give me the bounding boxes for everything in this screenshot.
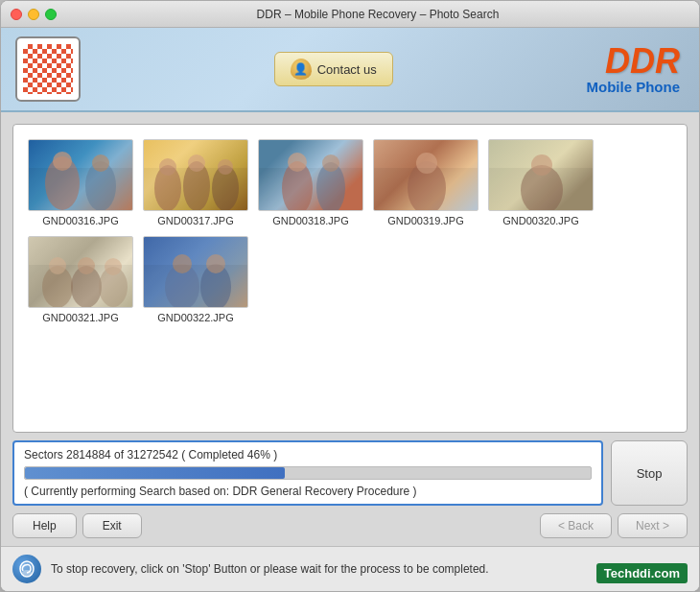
svg-point-23 xyxy=(105,258,122,275)
list-item[interactable]: GND00320.JPG xyxy=(488,139,594,226)
svg-point-14 xyxy=(408,161,446,211)
status-area: Sectors 2814884 of 31272542 ( Completed … xyxy=(12,440,688,506)
app-logo xyxy=(15,36,81,102)
svg-point-3 xyxy=(92,154,109,172)
info-icon xyxy=(12,555,41,583)
logo-icon xyxy=(23,44,73,94)
maximize-button[interactable] xyxy=(45,9,57,20)
svg-point-11 xyxy=(288,153,307,172)
photo-thumbnail[interactable] xyxy=(28,139,133,211)
nav-bar: Help Exit < Back Next > xyxy=(1,506,699,546)
product-name: Mobile Phone xyxy=(587,79,681,95)
svg-point-19 xyxy=(49,257,66,274)
app-window: DDR – Mobile Phone Recovery – Photo Sear… xyxy=(0,0,700,592)
photo-thumbnail[interactable] xyxy=(373,139,478,211)
app-header: 👤 Contact us DDR Mobile Phone xyxy=(1,28,699,112)
svg-point-8 xyxy=(212,165,239,211)
svg-point-17 xyxy=(531,154,552,176)
info-bar: To stop recovery, click on 'Stop' Button… xyxy=(1,546,699,591)
close-button[interactable] xyxy=(11,9,22,20)
main-content: GND00316.JPG GND00317.JPG xyxy=(1,112,699,591)
progress-bar-background xyxy=(24,466,592,480)
svg-point-21 xyxy=(78,257,95,274)
list-item[interactable]: GND00319.JPG xyxy=(373,139,478,226)
svg-point-9 xyxy=(218,159,233,175)
window-controls xyxy=(11,9,57,20)
svg-point-26 xyxy=(200,264,231,308)
svg-point-10 xyxy=(282,161,313,211)
photo-grid-container[interactable]: GND00316.JPG GND00317.JPG xyxy=(12,124,688,433)
info-message: To stop recovery, click on 'Stop' Button… xyxy=(51,562,688,576)
photo-filename: GND00317.JPG xyxy=(157,215,233,226)
svg-point-24 xyxy=(165,264,199,308)
next-button[interactable]: Next > xyxy=(618,513,688,538)
svg-point-2 xyxy=(85,161,116,211)
svg-point-1 xyxy=(53,152,72,171)
photo-filename: GND00318.JPG xyxy=(272,215,348,226)
contact-button[interactable]: 👤 Contact us xyxy=(274,52,393,86)
photo-thumbnail[interactable] xyxy=(143,139,248,211)
svg-point-18 xyxy=(42,266,73,308)
stop-button[interactable]: Stop xyxy=(611,440,688,506)
photo-filename: GND00321.JPG xyxy=(42,312,118,323)
svg-point-5 xyxy=(159,158,176,176)
status-box: Sectors 2814884 of 31272542 ( Completed … xyxy=(12,440,603,506)
contact-icon: 👤 xyxy=(291,59,312,80)
photo-filename: GND00322.JPG xyxy=(157,312,233,323)
svg-point-25 xyxy=(173,254,192,273)
list-item[interactable]: GND00317.JPG xyxy=(143,139,248,226)
progress-bar-fill xyxy=(25,467,285,479)
svg-point-22 xyxy=(99,267,128,307)
current-operation: ( Currently performing Search based on: … xyxy=(24,485,592,498)
svg-point-20 xyxy=(71,266,102,308)
photo-thumbnail[interactable] xyxy=(488,139,594,211)
sectors-status: Sectors 2814884 of 31272542 ( Completed … xyxy=(24,448,592,462)
ddr-logo-text: DDR xyxy=(587,44,681,79)
list-item[interactable]: GND00316.JPG xyxy=(28,139,133,226)
photo-filename: GND00319.JPG xyxy=(387,215,463,226)
photo-filename: GND00320.JPG xyxy=(502,215,578,226)
exit-button[interactable]: Exit xyxy=(82,513,142,538)
svg-point-12 xyxy=(316,162,345,211)
svg-point-16 xyxy=(521,165,563,211)
list-item[interactable]: GND00322.JPG xyxy=(143,236,248,323)
svg-point-27 xyxy=(206,254,225,273)
window-title: DDR – Mobile Phone Recovery – Photo Sear… xyxy=(66,8,689,21)
help-button[interactable]: Help xyxy=(12,513,77,538)
svg-point-4 xyxy=(154,165,181,211)
svg-point-6 xyxy=(183,161,210,211)
photo-filename: GND00316.JPG xyxy=(42,215,118,226)
back-button[interactable]: < Back xyxy=(540,513,612,538)
photo-grid: GND00316.JPG GND00317.JPG xyxy=(13,125,687,333)
list-item[interactable]: GND00318.JPG xyxy=(258,139,363,226)
svg-point-13 xyxy=(322,154,339,172)
branding: DDR Mobile Phone xyxy=(587,44,686,95)
svg-point-7 xyxy=(188,154,205,172)
list-item[interactable]: GND00321.JPG xyxy=(28,236,133,323)
photo-thumbnail[interactable] xyxy=(258,139,363,211)
header-center: 👤 Contact us xyxy=(81,52,587,86)
photo-thumbnail[interactable] xyxy=(28,236,133,308)
minimize-button[interactable] xyxy=(28,9,39,20)
svg-point-15 xyxy=(416,153,437,174)
watermark: Techddi.com xyxy=(596,563,688,583)
titlebar: DDR – Mobile Phone Recovery – Photo Sear… xyxy=(1,1,699,28)
photo-thumbnail[interactable] xyxy=(143,236,248,308)
contact-label: Contact us xyxy=(317,62,377,77)
